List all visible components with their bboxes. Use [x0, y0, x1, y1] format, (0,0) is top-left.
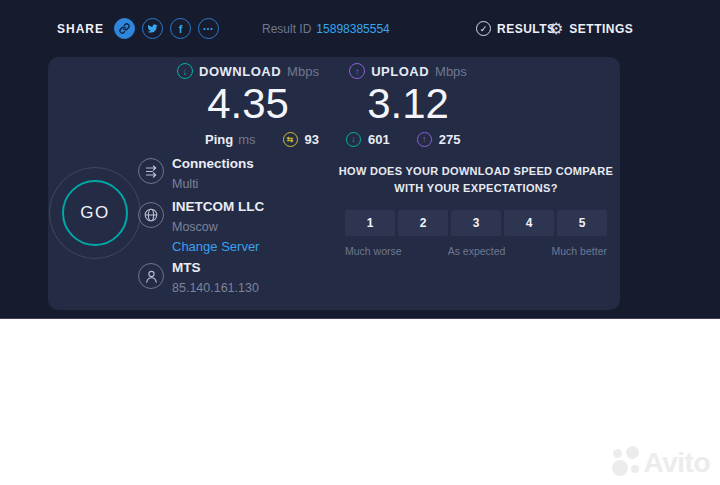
connections-icon: [138, 158, 164, 184]
settings-label: SETTINGS: [569, 22, 633, 36]
settings-nav-button[interactable]: ⚙ SETTINGS: [549, 0, 633, 57]
share-label: SHARE: [57, 22, 104, 36]
upload-unit: Mbps: [435, 64, 467, 79]
upload-latency: ↑ 275: [417, 132, 461, 147]
client-ip: 85.140.161.130: [172, 280, 259, 296]
rating-buttons: 1 2 3 4 5: [338, 210, 614, 236]
rating-button-4[interactable]: 4: [504, 210, 554, 236]
go-button[interactable]: GO: [62, 180, 128, 246]
download-latency: ↓ 601: [346, 132, 390, 147]
idle-latency-value: 93: [305, 132, 319, 147]
latency-row: Ping ms ⇆ 93 ↓ 601 ↑ 275: [205, 129, 460, 149]
change-server-link[interactable]: Change Server: [172, 239, 264, 255]
survey-question-line1: HOW DOES YOUR DOWNLOAD SPEED COMPARE: [338, 163, 614, 180]
scale-mid-label: As expected: [448, 245, 506, 257]
person-icon: [138, 263, 164, 289]
upload-result: ↑ UPLOAD Mbps 3.12: [313, 63, 503, 127]
rating-button-1[interactable]: 1: [345, 210, 395, 236]
upload-latency-value: 275: [439, 132, 461, 147]
share-group: SHARE f •••: [57, 0, 219, 57]
twitter-icon: [147, 23, 158, 34]
results-label: RESULTS: [497, 22, 556, 36]
globe-icon: [138, 202, 164, 228]
rating-button-5[interactable]: 5: [557, 210, 607, 236]
idle-latency: ⇆ 93: [283, 132, 319, 147]
connections-value: Multi: [172, 176, 254, 192]
upload-latency-icon: ↑: [417, 132, 432, 147]
share-facebook-button[interactable]: f: [170, 18, 191, 39]
more-icon: •••: [203, 25, 213, 33]
share-more-button[interactable]: •••: [198, 18, 219, 39]
scale-worst-label: Much worse: [345, 245, 402, 257]
ping-unit: ms: [238, 132, 255, 147]
avito-watermark-text: Avito: [644, 449, 710, 477]
results-nav-button[interactable]: ✓ RESULTS: [476, 0, 556, 57]
server-info: INETCOM LLC Moscow Change Server: [172, 199, 264, 255]
upload-value: 3.12: [313, 81, 503, 127]
result-id-label: Result ID: [262, 22, 311, 36]
go-button-label: GO: [80, 203, 109, 223]
idle-latency-icon: ⇆: [283, 132, 298, 147]
client-info: MTS 85.140.161.130: [172, 260, 259, 296]
avito-watermark: Avito: [612, 446, 710, 477]
connections-label: Connections: [172, 156, 254, 172]
download-latency-icon: ↓: [346, 132, 361, 147]
rating-button-2[interactable]: 2: [398, 210, 448, 236]
top-bar: SHARE f •••: [0, 0, 720, 57]
result-id: Result ID 15898385554: [262, 0, 390, 57]
survey-question-line2: WITH YOUR EXPECTATIONS?: [338, 180, 614, 197]
server-isp: INETCOM LLC: [172, 199, 264, 215]
client-provider: MTS: [172, 260, 259, 276]
ping-label: Ping: [205, 132, 233, 147]
rating-scale-labels: Much worse As expected Much better: [338, 245, 614, 257]
connections-info: Connections Multi: [172, 156, 254, 192]
result-card: ↓ DOWNLOAD Mbps 4.35 ↑ UPLOAD Mbps 3.12 …: [48, 57, 620, 310]
share-twitter-button[interactable]: [142, 18, 163, 39]
facebook-icon: f: [179, 23, 183, 35]
survey-question: HOW DOES YOUR DOWNLOAD SPEED COMPARE WIT…: [338, 163, 614, 197]
expectation-survey: HOW DOES YOUR DOWNLOAD SPEED COMPARE WIT…: [338, 163, 614, 257]
scale-best-label: Much better: [552, 245, 607, 257]
avito-logo-icon: [612, 446, 641, 477]
upload-label: UPLOAD: [371, 64, 429, 79]
speedtest-result-page: SHARE f •••: [0, 0, 720, 485]
result-id-value[interactable]: 15898385554: [316, 22, 389, 36]
link-icon: [119, 23, 130, 34]
server-city: Moscow: [172, 219, 264, 235]
gear-icon: ⚙: [549, 21, 563, 37]
download-label: DOWNLOAD: [199, 64, 281, 79]
upload-arrow-icon: ↑: [349, 63, 365, 79]
upload-header: ↑ UPLOAD Mbps: [313, 63, 503, 79]
rating-button-3[interactable]: 3: [451, 210, 501, 236]
results-check-icon: ✓: [476, 21, 491, 36]
download-latency-value: 601: [368, 132, 390, 147]
share-link-button[interactable]: [114, 18, 135, 39]
download-arrow-icon: ↓: [177, 63, 193, 79]
